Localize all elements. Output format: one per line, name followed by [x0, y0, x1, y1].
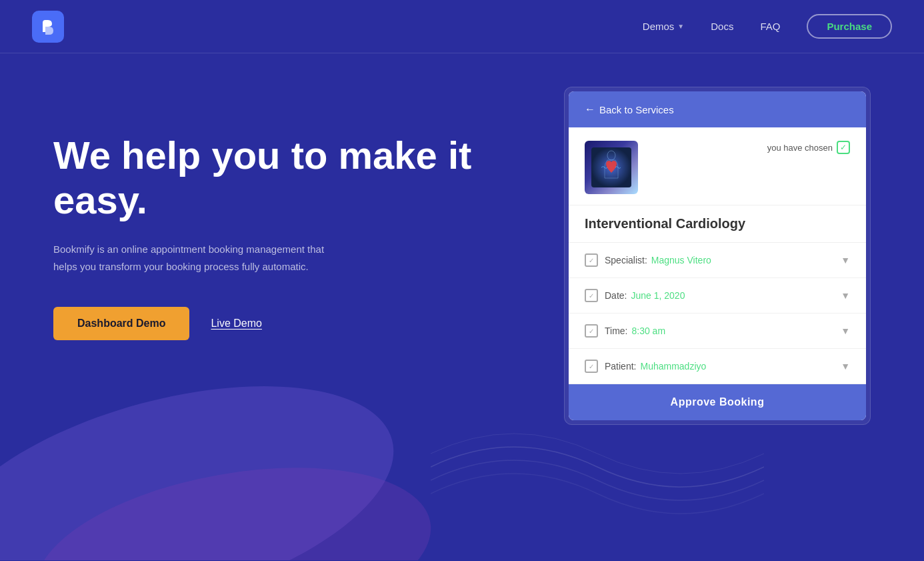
booking-card: ← Back to Services	[569, 91, 866, 420]
logo-icon	[32, 11, 64, 43]
logo[interactable]	[32, 11, 64, 43]
date-field[interactable]: ✓ Date: June 1, 2020 ▼	[569, 278, 866, 314]
approve-booking-button[interactable]: Approve Booking	[569, 384, 866, 420]
specialist-value: Magnus Vitero	[651, 255, 841, 265]
service-banner: you have chosen ✓	[569, 127, 866, 205]
date-value: June 1, 2020	[631, 290, 841, 301]
patient-chevron-icon: ▼	[841, 361, 850, 372]
service-title: Interventional Cardiology	[585, 216, 850, 231]
time-field[interactable]: ✓ Time: 8:30 am ▼	[569, 314, 866, 349]
date-check-icon: ✓	[585, 289, 598, 302]
patient-field[interactable]: ✓ Patient: Muhammadziyo ▼	[569, 349, 866, 384]
nav-demos[interactable]: Demos ▼	[643, 21, 684, 32]
purchase-button[interactable]: Purchase	[807, 14, 892, 39]
card-header: ← Back to Services	[569, 91, 866, 127]
back-arrow-icon: ←	[585, 103, 595, 115]
navbar: Demos ▼ Docs FAQ Purchase	[0, 0, 924, 53]
time-value: 8:30 am	[631, 326, 841, 336]
specialist-chevron-icon: ▼	[841, 255, 850, 265]
patient-label: Patient:	[605, 361, 636, 372]
time-check-icon: ✓	[585, 324, 598, 338]
time-label: Time:	[605, 326, 627, 336]
hero-heading: We help you to make it easy.	[53, 133, 564, 222]
specialist-check-icon: ✓	[585, 253, 598, 267]
back-to-services-button[interactable]: ← Back to Services	[585, 103, 850, 115]
patient-value: Muhammadziyo	[640, 361, 841, 372]
time-chevron-icon: ▼	[841, 326, 850, 336]
chevron-down-icon: ▼	[677, 23, 684, 30]
card-outer: ← Back to Services	[564, 87, 871, 425]
hero-section: We help you to make it easy. Bookmify is…	[0, 53, 924, 560]
chosen-badge: you have chosen ✓	[767, 141, 850, 154]
hero-subtext: Bookmify is an online appointment bookin…	[53, 241, 333, 275]
nav-links: Demos ▼ Docs FAQ Purchase	[643, 14, 892, 39]
check-icon: ✓	[837, 141, 850, 154]
service-title-area: Interventional Cardiology	[569, 205, 866, 243]
hero-content: We help you to make it easy. Bookmify is…	[53, 93, 564, 340]
hero-actions: Dashboard Demo Live Demo	[53, 307, 564, 340]
booking-fields: ✓ Specialist: Magnus Vitero ▼ ✓ Date: Ju…	[569, 243, 866, 384]
service-image	[585, 141, 638, 194]
specialist-field[interactable]: ✓ Specialist: Magnus Vitero ▼	[569, 243, 866, 278]
nav-docs[interactable]: Docs	[711, 21, 733, 32]
date-label: Date:	[605, 290, 627, 301]
dashboard-demo-button[interactable]: Dashboard Demo	[53, 307, 189, 340]
date-chevron-icon: ▼	[841, 290, 850, 301]
booking-card-container: ← Back to Services	[564, 87, 871, 425]
patient-check-icon: ✓	[585, 360, 598, 373]
live-demo-button[interactable]: Live Demo	[211, 318, 261, 330]
specialist-label: Specialist:	[605, 255, 647, 265]
nav-faq[interactable]: FAQ	[760, 21, 780, 32]
